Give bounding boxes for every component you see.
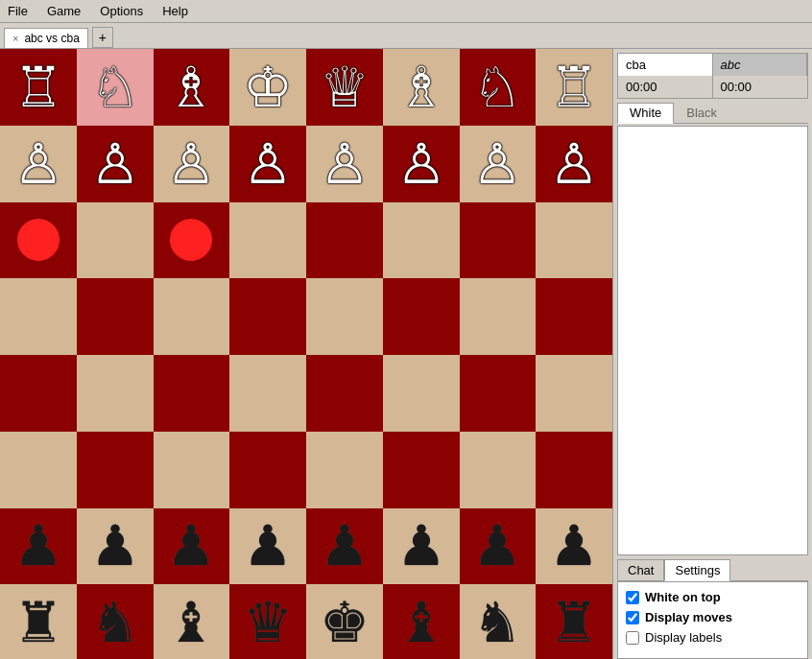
board-cell[interactable]: ♟ (460, 508, 537, 585)
board-cell[interactable] (306, 202, 383, 279)
board-cell[interactable] (383, 355, 460, 432)
board-cell[interactable]: ♛ (229, 584, 306, 659)
board-cell[interactable] (536, 355, 612, 432)
tab-bar: × abc vs cba + (0, 23, 812, 49)
board-cell[interactable] (154, 432, 230, 508)
board-cell[interactable] (229, 278, 306, 355)
tab-add-button[interactable]: + (92, 27, 113, 48)
tab-chat[interactable]: Chat (617, 559, 664, 580)
player-info: cba abc 00:00 00:00 (617, 53, 808, 99)
board-cell[interactable]: ♞ (460, 584, 537, 659)
board-cell[interactable]: ♟ (536, 508, 612, 585)
board-cell[interactable] (460, 355, 537, 432)
chess-piece: ♙ (90, 136, 140, 192)
board-cell[interactable]: ♞ (77, 584, 154, 659)
board-cell[interactable]: ♘ (77, 49, 154, 126)
board-cell[interactable]: ♜ (536, 584, 612, 659)
board-cell[interactable] (154, 355, 230, 432)
board-cell[interactable] (460, 202, 537, 279)
board-cell[interactable]: ♙ (383, 126, 460, 202)
board-cell[interactable]: ♕ (306, 49, 383, 126)
board-cell[interactable] (77, 355, 154, 432)
board-cell[interactable]: ♙ (77, 126, 154, 202)
board-cell[interactable]: ♖ (536, 49, 612, 126)
tab-settings[interactable]: Settings (664, 559, 730, 581)
board-cell[interactable] (229, 202, 306, 279)
tab-white-moves[interactable]: White (617, 103, 674, 124)
board-cell[interactable]: ♟ (154, 508, 230, 585)
board-cell[interactable]: ♜ (0, 584, 77, 659)
board-cell[interactable]: ♔ (229, 49, 306, 126)
board-cell[interactable]: ♗ (154, 49, 230, 126)
display-moves-label[interactable]: Display moves (645, 610, 732, 624)
chess-piece: ♙ (13, 136, 63, 192)
tab-close-icon[interactable]: × (12, 33, 18, 44)
board-cell[interactable]: ♟ (306, 508, 383, 585)
board-cell[interactable] (0, 202, 77, 279)
board-cell[interactable]: ♘ (460, 49, 537, 126)
chess-piece: ♗ (396, 59, 446, 115)
white-on-top-label[interactable]: White on top (645, 590, 721, 604)
board-cell[interactable] (229, 432, 306, 508)
display-moves-checkbox[interactable] (626, 611, 639, 624)
board-cell[interactable] (0, 432, 77, 508)
board-cell[interactable]: ♟ (77, 508, 154, 585)
chess-piece: ♙ (243, 136, 293, 192)
board-cell[interactable] (383, 202, 460, 279)
display-labels-checkbox[interactable] (626, 631, 639, 645)
chess-piece: ♝ (166, 595, 216, 650)
board-cell[interactable]: ♟ (0, 508, 77, 585)
board-cell[interactable]: ♙ (536, 126, 612, 202)
board-cell[interactable] (460, 278, 537, 355)
board-cell[interactable]: ♙ (460, 126, 537, 202)
chess-piece: ♜ (549, 595, 599, 650)
board-cell[interactable] (383, 278, 460, 355)
board-cell[interactable]: ♗ (383, 49, 460, 126)
chess-piece: ♖ (13, 59, 63, 115)
chess-piece: ♟ (90, 518, 140, 574)
board-cell[interactable] (536, 278, 612, 355)
board-cell[interactable]: ♝ (154, 584, 230, 659)
board-cell[interactable] (229, 355, 306, 432)
white-on-top-checkbox[interactable] (626, 591, 639, 604)
board-cell[interactable] (306, 355, 383, 432)
menu-game[interactable]: Game (43, 2, 84, 20)
menu-options[interactable]: Options (96, 2, 147, 20)
board-cell[interactable] (0, 278, 77, 355)
board-cell[interactable] (154, 278, 230, 355)
board-cell[interactable] (536, 202, 612, 279)
board-cell[interactable]: ♚ (306, 584, 383, 659)
game-tab[interactable]: × abc vs cba (4, 28, 88, 48)
board-cell[interactable] (0, 355, 77, 432)
board-cell[interactable]: ♝ (383, 584, 460, 659)
player-right-time: 00:00 (713, 76, 808, 98)
board-cell[interactable] (77, 432, 154, 508)
board-cell[interactable] (77, 202, 154, 279)
board-cell[interactable]: ♟ (229, 508, 306, 585)
menu-bar: File Game Options Help (0, 0, 812, 23)
board-cell[interactable]: ♟ (383, 508, 460, 585)
chess-piece: ♝ (396, 595, 446, 650)
board-cell[interactable] (460, 432, 537, 508)
board-cell[interactable] (77, 278, 154, 355)
board-cell[interactable]: ♙ (154, 126, 230, 202)
bottom-tabs: Chat Settings (617, 559, 808, 581)
tab-black-moves[interactable]: Black (674, 103, 729, 123)
chess-piece: ♞ (472, 595, 522, 650)
board-cell[interactable]: ♙ (0, 126, 77, 202)
chess-piece: ♟ (396, 518, 446, 574)
display-labels-label[interactable]: Display labels (645, 630, 722, 645)
chess-piece: ♘ (90, 59, 140, 115)
board-cell[interactable] (536, 432, 612, 508)
menu-help[interactable]: Help (158, 2, 192, 20)
board-cell[interactable] (306, 432, 383, 508)
board-cell[interactable] (154, 202, 230, 279)
chess-piece: ♟ (166, 518, 216, 574)
board-cell[interactable]: ♙ (229, 126, 306, 202)
move-indicator (17, 219, 60, 261)
menu-file[interactable]: File (4, 2, 32, 20)
board-cell[interactable] (306, 278, 383, 355)
board-cell[interactable]: ♖ (0, 49, 77, 126)
board-cell[interactable] (383, 432, 460, 508)
board-cell[interactable]: ♙ (306, 126, 383, 202)
